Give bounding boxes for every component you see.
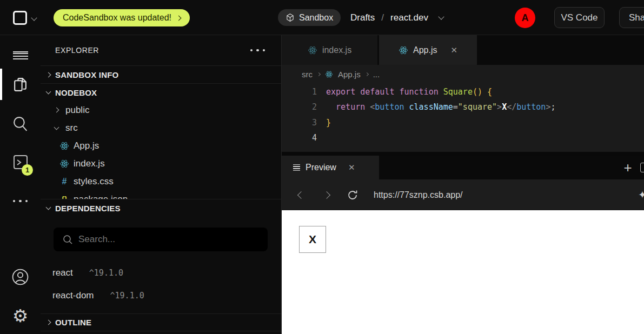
code-lines: export default function Square() { retur…	[326, 84, 555, 152]
dependency-search-input[interactable]	[78, 234, 241, 245]
share-button-label: Sha	[629, 12, 644, 23]
chevron-down-icon	[54, 124, 59, 130]
menu-button[interactable]	[0, 39, 41, 65]
share-button[interactable]: Sha	[619, 7, 644, 28]
tree-file-package-json[interactable]: {} package.json	[41, 190, 281, 199]
chevron-right-icon	[54, 108, 59, 113]
file-label: styles.css	[74, 176, 114, 187]
tab-label: App.js	[413, 45, 437, 55]
code-gutter: 1234	[282, 84, 317, 152]
tree-file-styles-css[interactable]: # styles.css	[41, 172, 281, 190]
update-banner-label: CodeSandbox was updated!	[63, 13, 171, 23]
back-button[interactable]	[293, 179, 309, 210]
react-icon	[325, 70, 333, 78]
breadcrumb-folder[interactable]: src	[302, 70, 313, 79]
project-name: react.dev	[390, 12, 428, 23]
sparkle-icon[interactable]: ✦	[638, 189, 644, 201]
file-label: index.js	[74, 158, 105, 169]
url-field[interactable]: https://77sznp.csb.app/	[374, 179, 463, 210]
sandbox-badge[interactable]: Sandbox	[278, 9, 341, 26]
explorer-more-button[interactable]	[250, 49, 265, 52]
package-version: ^19.1.0	[89, 268, 123, 278]
editor-tab-bar: index.js App.js ✕	[282, 35, 644, 65]
update-banner[interactable]: CodeSandbox was updated!	[54, 9, 190, 26]
explorer-sidebar: EXPLORER SANDBOX INFO NODEBOX public src…	[41, 35, 282, 334]
chevron-down-icon	[46, 205, 51, 210]
panel-divider[interactable]	[282, 152, 644, 156]
preview-nav-bar: https://77sznp.csb.app/ ✦	[282, 179, 644, 210]
close-icon[interactable]: ✕	[450, 45, 457, 55]
breadcrumb-symbol[interactable]: ...	[373, 70, 380, 79]
logo-menu-chevron-icon[interactable]	[31, 15, 37, 21]
square-button-label: X	[309, 233, 316, 246]
react-icon	[308, 45, 317, 55]
react-icon	[59, 159, 69, 169]
explorer-view-button[interactable]	[0, 71, 41, 97]
code-editor[interactable]: 1234 export default function Square() { …	[282, 84, 644, 152]
section-nodebox[interactable]: NODEBOX	[41, 83, 281, 101]
package-name: react	[52, 268, 73, 278]
react-icon	[59, 141, 69, 151]
preview-tab[interactable]: Preview ✕	[282, 156, 379, 179]
tree-file-index-js[interactable]: index.js	[41, 155, 281, 172]
section-dependencies[interactable]: DEPENDENCIES	[41, 199, 281, 217]
editor-column: index.js App.js ✕ src App.js ... 1234 ex…	[281, 35, 644, 334]
section-sandbox-info[interactable]: SANDBOX INFO	[41, 65, 281, 83]
package-row-react-dom[interactable]: react-dom ^19.1.0	[52, 287, 144, 304]
search-icon	[62, 234, 73, 245]
project-folder: Drafts	[350, 12, 375, 23]
chevron-left-icon	[297, 191, 305, 198]
url-text: https://77sznp.csb.app/	[374, 190, 463, 200]
avatar[interactable]: A	[515, 8, 535, 28]
preview-list-icon	[293, 163, 300, 172]
gear-icon: ⚙	[12, 307, 29, 325]
open-in-new-window-button[interactable]	[640, 163, 644, 172]
vs-code-button[interactable]: VS Code	[554, 7, 605, 28]
more-views-button[interactable]	[0, 188, 41, 214]
avatar-initial: A	[522, 12, 529, 24]
forward-button[interactable]	[318, 179, 335, 210]
hamburger-icon	[13, 51, 28, 52]
explorer-title: EXPLORER	[55, 46, 99, 55]
breadcrumb: src App.js ...	[282, 65, 644, 84]
vs-code-button-label: VS Code	[561, 12, 597, 23]
react-icon	[399, 45, 408, 55]
search-view-button[interactable]	[0, 111, 41, 137]
chevron-right-icon	[176, 16, 182, 21]
preview-tab-label: Preview	[306, 163, 336, 172]
top-bar: CodeSandbox was updated! Sandbox Drafts …	[0, 0, 644, 35]
tab-index-js[interactable]: index.js	[282, 35, 377, 65]
account-button[interactable]	[0, 264, 41, 290]
terminal-view-button[interactable]	[0, 149, 41, 175]
tree-folder-src[interactable]: src	[41, 119, 281, 137]
activity-bar: 1 ⚙	[0, 35, 41, 334]
preview-content: X	[282, 210, 644, 334]
tree-file-app-js[interactable]: App.js	[41, 137, 281, 155]
codesandbox-logo[interactable]	[13, 11, 27, 25]
chevron-right-icon	[365, 72, 369, 76]
section-outline[interactable]: OUTLINE	[41, 313, 281, 331]
tab-app-js[interactable]: App.js ✕	[379, 35, 477, 65]
package-name: react-dom	[52, 290, 94, 301]
cube-icon	[286, 13, 295, 22]
chevron-right-icon	[317, 72, 321, 76]
terminal-count-badge: 1	[22, 164, 33, 176]
sandbox-badge-label: Sandbox	[299, 13, 333, 23]
package-version: ^19.1.0	[110, 291, 144, 300]
preview-square-button[interactable]: X	[299, 226, 326, 253]
breadcrumb-file[interactable]: App.js	[338, 70, 361, 79]
tab-label: index.js	[322, 45, 351, 55]
file-tree: public src App.js index.js # styles.css …	[41, 101, 281, 199]
section-label: OUTLINE	[55, 318, 91, 327]
explorer-header: EXPLORER	[41, 35, 281, 65]
close-icon[interactable]: ✕	[348, 163, 355, 172]
package-row-react[interactable]: react ^19.1.0	[52, 264, 123, 282]
settings-button[interactable]: ⚙	[0, 303, 41, 329]
add-preview-button[interactable]: +	[616, 156, 640, 179]
refresh-button[interactable]	[344, 179, 361, 210]
file-label: App.js	[74, 141, 99, 151]
project-breadcrumb[interactable]: Drafts / react.dev	[350, 0, 443, 35]
folder-label: src	[65, 123, 78, 133]
chevron-down-icon	[438, 14, 444, 19]
tree-folder-public[interactable]: public	[41, 101, 281, 119]
